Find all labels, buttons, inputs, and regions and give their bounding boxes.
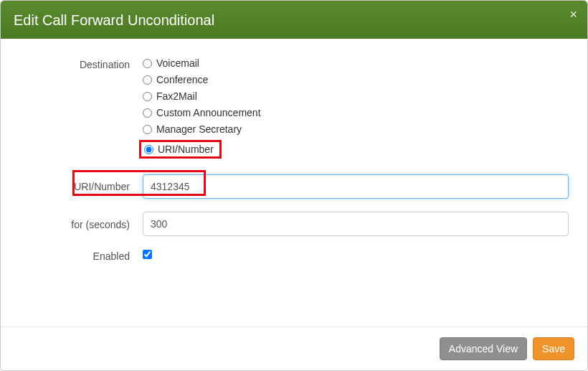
uri-number-field — [143, 174, 573, 199]
uri-number-label: URI/Number — [15, 181, 143, 192]
radio-custom-announcement-input[interactable] — [143, 108, 152, 118]
radio-voicemail-input[interactable] — [143, 59, 152, 68]
save-button[interactable]: Save — [533, 337, 574, 360]
uri-number-row: URI/Number — [15, 174, 573, 199]
advanced-view-button[interactable]: Advanced View — [440, 337, 527, 360]
radio-manager-secretary-label: Manager Secretary — [156, 123, 242, 135]
enabled-field — [143, 250, 573, 261]
modal-body: Destination Voicemail Conference Fax2Mai… — [1, 39, 587, 282]
radio-conference-input[interactable] — [143, 75, 152, 85]
radio-fax2mail-input[interactable] — [143, 92, 152, 101]
for-seconds-input[interactable] — [143, 212, 569, 236]
radio-fax2mail-label: Fax2Mail — [156, 90, 197, 102]
radio-voicemail[interactable]: Voicemail — [143, 57, 569, 69]
edit-call-forward-modal: Edit Call Forward Unconditional × Destin… — [0, 0, 588, 371]
enabled-row: Enabled — [15, 249, 573, 262]
modal-title: Edit Call Forward Unconditional — [14, 12, 574, 29]
radio-custom-announcement-label: Custom Announcement — [156, 107, 261, 118]
radio-manager-secretary[interactable]: Manager Secretary — [143, 123, 569, 135]
close-icon[interactable]: × — [569, 8, 577, 21]
enabled-checkbox[interactable] — [143, 250, 152, 259]
modal-footer: Advanced View Save — [1, 327, 587, 370]
enabled-label: Enabled — [15, 249, 143, 262]
for-seconds-row: for (seconds) — [15, 212, 573, 236]
radio-fax2mail[interactable]: Fax2Mail — [143, 90, 569, 102]
destination-label: Destination — [15, 57, 143, 70]
uri-number-label-text: URI/Number — [74, 181, 130, 192]
destination-radio-list: Voicemail Conference Fax2Mail Custom Ann… — [143, 57, 569, 159]
radio-uri-number[interactable]: URI/Number — [139, 140, 222, 159]
radio-manager-secretary-input[interactable] — [143, 125, 152, 134]
radio-voicemail-label: Voicemail — [156, 57, 199, 69]
radio-uri-number-input[interactable] — [144, 145, 153, 154]
destination-row: Destination Voicemail Conference Fax2Mai… — [15, 57, 573, 159]
modal-header: Edit Call Forward Unconditional × — [1, 1, 587, 39]
uri-number-input[interactable] — [143, 174, 569, 199]
for-seconds-label: for (seconds) — [15, 217, 143, 230]
for-seconds-field — [143, 212, 573, 236]
destination-field: Voicemail Conference Fax2Mail Custom Ann… — [143, 57, 573, 159]
radio-conference-label: Conference — [156, 74, 208, 85]
radio-conference[interactable]: Conference — [143, 74, 569, 85]
radio-uri-number-label: URI/Number — [158, 144, 214, 155]
radio-custom-announcement[interactable]: Custom Announcement — [143, 107, 569, 118]
